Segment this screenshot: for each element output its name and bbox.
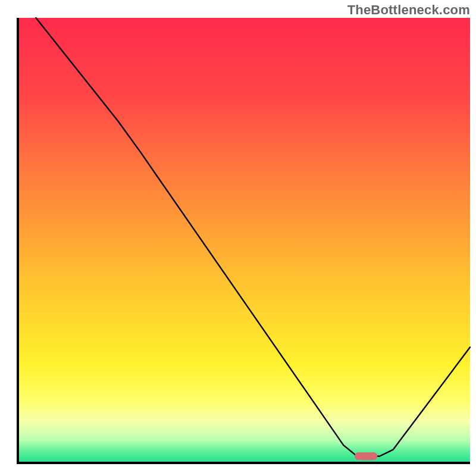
gradient-background: [18, 18, 470, 463]
chart-frame: TheBottleneck.com: [0, 0, 476, 476]
optimal-marker: [355, 452, 377, 460]
bottleneck-chart: [0, 0, 476, 476]
